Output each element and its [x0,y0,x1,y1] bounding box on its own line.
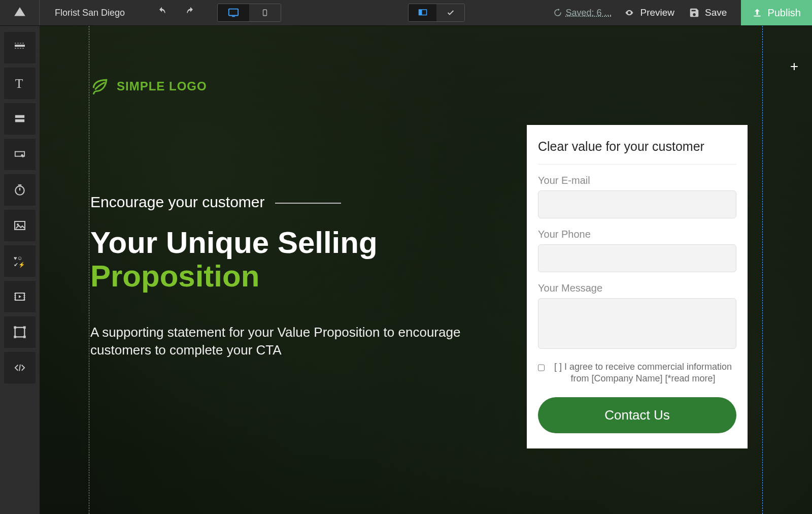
check-view-button[interactable] [436,4,464,21]
message-label: Your Message [538,282,736,294]
svg-rect-27 [23,336,26,338]
save-label: Save [705,7,727,18]
svg-point-3 [264,15,265,15]
text-tool[interactable]: T [4,68,36,99]
publish-label: Publish [767,7,801,19]
svg-rect-0 [229,9,238,16]
svg-rect-10 [15,115,24,118]
consent-text: [ ] I agree to receive commercial inform… [550,361,736,385]
svg-rect-1 [232,16,235,17]
svg-rect-6 [15,45,25,47]
svg-rect-25 [23,326,26,329]
message-input[interactable] [538,298,736,349]
hero-subhead[interactable]: A supporting statement for your Value Pr… [90,324,476,359]
site-name[interactable]: Florist San Diego [40,8,140,18]
submit-button[interactable]: Contact Us [538,397,736,433]
add-element-button[interactable]: + [784,56,804,77]
consent-row: [ ] I agree to receive commercial inform… [538,361,736,385]
save-status-text: Saved: 6 ... [565,8,612,18]
email-field-group: Your E-mail [538,175,736,218]
svg-rect-11 [15,119,24,122]
publish-button[interactable]: Publish [741,0,812,25]
canvas[interactable]: + SIMPLE LOGO Encourage your customer Yo… [40,26,812,514]
redo-button[interactable] [184,7,197,19]
device-switcher [217,4,281,22]
top-toolbar: Florist San Diego Saved: 6 ... Preview [0,0,812,26]
hero-headline[interactable]: Your Unique Selling Proposition [90,226,476,293]
element-sidebar: T ♥☺✔⚡ [0,26,40,514]
phone-input[interactable] [538,244,736,272]
svg-rect-5 [419,10,422,15]
view-mode-toggle [408,4,465,22]
email-input[interactable] [538,190,736,218]
email-label: Your E-mail [538,175,736,186]
svg-text:T: T [15,76,23,90]
phone-label: Your Phone [538,229,736,240]
svg-text:♥☺: ♥☺ [14,255,22,261]
save-status[interactable]: Saved: 6 ... [553,8,612,18]
shape-tool[interactable] [4,316,36,348]
icons-tool[interactable]: ♥☺✔⚡ [4,245,36,277]
svg-rect-24 [14,326,16,329]
phone-field-group: Your Phone [538,229,736,272]
button-tool[interactable] [4,139,36,170]
headline-line2: Proposition [90,260,476,293]
svg-text:✔⚡: ✔⚡ [14,261,25,268]
save-button[interactable]: Save [689,7,727,18]
hero-section[interactable]: Encourage your customer Your Unique Sell… [90,194,476,359]
message-field-group: Your Message [538,282,736,351]
rows-tool[interactable] [4,103,36,135]
leaf-icon [90,77,110,96]
code-tool[interactable] [4,352,36,383]
preview-label: Preview [640,7,675,18]
image-tool[interactable] [4,210,36,241]
desktop-view-button[interactable] [218,4,249,21]
workspace: T ♥☺✔⚡ + SIMPLE LOGO Encourage your cust… [0,26,812,514]
contact-form-card[interactable]: Clear value for your customer Your E-mai… [527,125,748,448]
layout-view-button[interactable] [409,4,436,21]
section-tool[interactable] [4,32,36,63]
history-controls [155,7,197,19]
svg-rect-23 [15,328,25,337]
preview-button[interactable]: Preview [623,7,675,18]
mobile-view-button[interactable] [249,4,281,21]
toolbar-right: Saved: 6 ... Preview Save Publish [553,0,812,25]
form-title[interactable]: Clear value for your customer [538,139,736,165]
consent-checkbox[interactable] [538,363,545,372]
video-tool[interactable] [4,281,36,312]
page-logo[interactable]: SIMPLE LOGO [90,77,207,96]
undo-button[interactable] [155,7,168,19]
timer-tool[interactable] [4,174,36,206]
hero-kicker[interactable]: Encourage your customer [90,194,341,211]
page-logo-text: SIMPLE LOGO [117,79,207,93]
svg-rect-26 [14,336,16,338]
app-logo[interactable] [0,0,40,25]
headline-line1: Your Unique Selling [90,226,378,260]
